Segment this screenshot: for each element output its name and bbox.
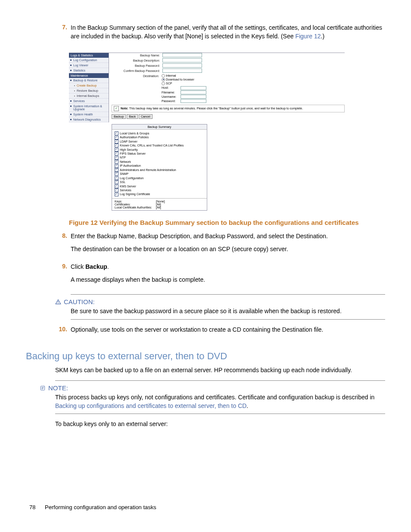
after-note-text: To backup keys only to an external serve… <box>55 420 385 429</box>
sidebar-item[interactable]: Create Backup <box>69 83 109 88</box>
text-input[interactable] <box>162 68 202 73</box>
summary-item: Known CAs, CRLs, and Trusted CA List Pro… <box>115 143 204 147</box>
text-input[interactable] <box>162 53 202 57</box>
step10-p1: Optionally, use tools on the server or w… <box>71 326 385 334</box>
summary-item: Network <box>115 160 204 164</box>
caution-icon <box>55 299 61 305</box>
page-footer: 78 Performing configuration and operatio… <box>29 504 156 510</box>
summary-item: IP Authorization <box>115 164 204 168</box>
text-input[interactable] <box>181 95 206 99</box>
summary-header: Backup Summary <box>112 124 207 130</box>
sidebar-item[interactable]: Network Diagnostics <box>69 117 109 122</box>
radio-option[interactable]: Internal <box>162 74 206 78</box>
summary-item: SSL <box>115 180 204 184</box>
sidebar-item[interactable]: Log Viewer <box>69 63 109 68</box>
step9-backup-word: Backup <box>85 263 107 270</box>
form-label: Filename: <box>162 90 180 94</box>
form-button[interactable]: Back <box>127 114 138 119</box>
summary-item-label: High Security <box>120 148 138 152</box>
summary-item-label: Services <box>120 188 131 192</box>
summary-item-label: Local Users & Groups <box>120 131 149 135</box>
step7-text-2: .) <box>321 33 325 40</box>
note-callout: NOTE: This process backs up keys only, n… <box>55 380 385 414</box>
note-body-2: . <box>246 402 248 409</box>
text-input[interactable] <box>181 99 206 103</box>
list-number: 10. <box>55 326 67 339</box>
list-item-10: 10. Optionally, use tools on the server … <box>55 326 385 339</box>
text-input[interactable] <box>162 63 202 68</box>
form-row: Backup Name: <box>112 53 206 57</box>
backup-form: Backup Name:Backup Description:Backup Pa… <box>112 53 206 103</box>
form-button[interactable]: Cancel <box>139 114 153 119</box>
sidebar-item[interactable]: Backup & Restore <box>69 78 109 83</box>
sidebar-item[interactable]: Statistics <box>69 68 109 73</box>
summary-footer: Keys:[None]Certificates:[All]Local Certi… <box>112 198 207 210</box>
summary-item: High Security <box>115 148 204 152</box>
summary-footer-row: Local Certificate Authorities:[All] <box>115 206 204 209</box>
note-text: This backup may take as long as several … <box>129 107 303 110</box>
form-row: Backup Description: <box>112 58 206 62</box>
text-input[interactable] <box>181 86 206 90</box>
caution-label-text: CAUTION: <box>64 298 95 305</box>
list-item-9: 9. Click Backup. A message displays when… <box>55 263 385 288</box>
summary-item-label: SNMP <box>120 172 128 176</box>
radio-label: Download to browser <box>166 78 194 81</box>
radio-icon <box>162 78 165 81</box>
summary-item-label: KMS Server <box>120 184 136 188</box>
svg-point-1 <box>58 303 58 303</box>
summary-item: Services <box>115 188 204 192</box>
text-input[interactable] <box>162 58 202 62</box>
text-input[interactable] <box>181 90 206 94</box>
summary-footer-row: Keys:[None] <box>115 200 204 203</box>
summary-item-label: Known CAs, CRLs, and Trusted CA List Pro… <box>120 143 184 147</box>
form-label: Host: <box>162 86 180 90</box>
form-label: Backup Description: <box>112 58 162 62</box>
sidebar-header-maintenance: Maintenance <box>69 73 109 78</box>
radio-option[interactable]: SCP <box>162 81 206 85</box>
form-row: Backup Password: <box>112 63 206 68</box>
step8-p2: The destination can be the browser or a … <box>71 245 385 254</box>
summary-item: NTP <box>115 156 204 159</box>
summary-item: KMS Server <box>115 184 204 188</box>
scp-subrow: Username: <box>162 95 206 99</box>
summary-item-label: Log Configuration <box>120 176 143 180</box>
form-button[interactable]: Backup <box>112 114 126 119</box>
summary-item-label: Log Signing Certificate <box>120 192 150 196</box>
intro-text: SKM keys can be backed up to a file on a… <box>55 366 385 375</box>
form-label: Backup Password: <box>112 63 162 67</box>
footer-section: Performing configuration and operation t… <box>45 504 156 510</box>
step9-p2: A message displays when the backup is co… <box>71 276 385 284</box>
radio-icon <box>162 82 165 85</box>
summary-item: SNMP <box>115 172 204 176</box>
sidebar-item[interactable]: Restore Backup <box>69 88 109 93</box>
note-label: Note: <box>121 107 128 110</box>
summary-checklist: Local Users & GroupsAuthorization Polici… <box>112 130 207 198</box>
list-number: 8. <box>55 232 67 258</box>
figure-link[interactable]: Figure 12 <box>295 33 321 40</box>
summary-item: Administrators and Remote Administration <box>115 168 204 172</box>
summary-footer-value: [All] <box>156 203 161 206</box>
summary-item-label: IP Authorization <box>120 164 141 168</box>
form-buttons: BackupBackCancel <box>112 114 345 119</box>
summary-footer-value: [None] <box>156 200 165 203</box>
backup-summary-panel: Backup Summary Local Users & GroupsAutho… <box>112 124 207 211</box>
step7-text-1: In the Backup Summary section of the pan… <box>71 24 382 40</box>
note-icon <box>40 385 46 391</box>
summary-item-label: SSL <box>120 180 125 184</box>
sidebar-item[interactable]: Services <box>69 99 109 104</box>
scp-subrow: Filename: <box>162 90 206 94</box>
sidebar-item[interactable]: System Information & Upgrade <box>69 104 109 112</box>
screenshot-sidebar: Logs & Statistics Log ConfigurationLog V… <box>69 53 109 122</box>
step9-p1a: Click <box>71 263 85 270</box>
note-link[interactable]: Backing up configurations and certificat… <box>55 402 246 409</box>
sidebar-item[interactable]: Internal Backups <box>69 93 109 99</box>
after-note-block: To backup keys only to an external serve… <box>55 420 385 429</box>
summary-item: Log Signing Certificate <box>115 192 204 196</box>
summary-item-label: NTP <box>120 156 126 159</box>
caution-callout: CAUTION: Be sure to save the backup pass… <box>71 294 385 320</box>
radio-option[interactable]: Download to browser <box>162 78 206 81</box>
sidebar-item[interactable]: System Health <box>69 112 109 117</box>
sidebar-item[interactable]: Log Configuration <box>69 58 109 63</box>
radio-icon <box>162 74 165 78</box>
summary-item-label: Administrators and Remote Administration <box>120 168 176 172</box>
